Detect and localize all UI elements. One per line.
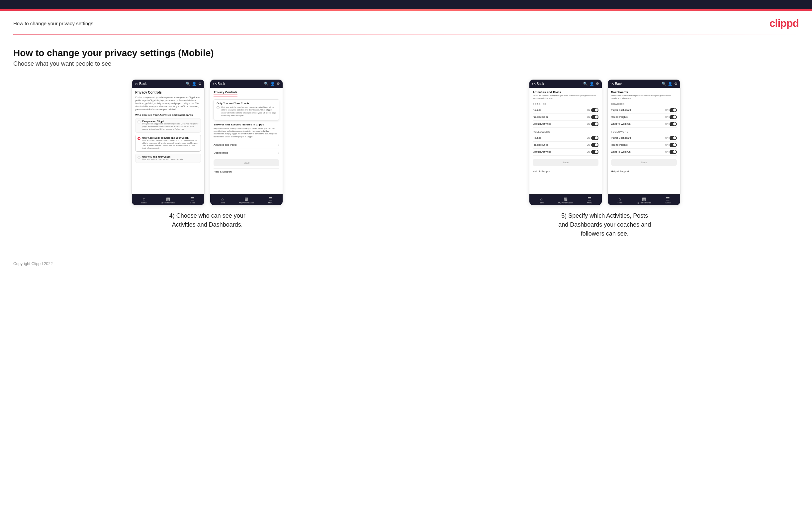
screen1-bottomnav: ⌂ Home ▩ My Performance ☰ Menu [132, 194, 204, 205]
person-icon2[interactable]: 👤 [270, 81, 275, 86]
chevron-activities-icon: › [278, 143, 279, 147]
person-icon[interactable]: 👤 [192, 81, 197, 86]
popup-radio-row: Only you and the coaches you connect wit… [216, 106, 276, 117]
nav3-performance[interactable]: ▩ My Performance [553, 196, 577, 204]
screen3-topbar: ‹ < Back 🔍 👤 ⚙ [529, 79, 602, 88]
nav2-home[interactable]: ⌂ Home [210, 196, 235, 204]
toggle-dash-coaches-player[interactable] [669, 108, 677, 112]
toggle-dash-coaches-insights[interactable] [669, 115, 677, 119]
dash-coaches-insights-toggle[interactable]: ON [665, 115, 677, 119]
nav-menu[interactable]: ☰ Menu [180, 196, 205, 204]
search-icon3[interactable]: 🔍 [583, 81, 588, 86]
dash-coaches-insights-label: Round Insights [611, 115, 628, 118]
screen4-back[interactable]: ‹ < Back [610, 82, 622, 86]
followers-manual-toggle[interactable]: ON [587, 150, 599, 154]
settings-icon[interactable]: ⚙ [198, 81, 202, 86]
nav-performance[interactable]: ▩ My Performance [156, 196, 180, 204]
person-icon3[interactable]: 👤 [590, 81, 594, 86]
chart-icon4: ▩ [642, 196, 646, 202]
screen2-tab-label[interactable]: Privacy Controls [213, 91, 238, 95]
dash-coaches-work-toggle[interactable]: ON [665, 122, 677, 126]
radio-everyone[interactable] [138, 120, 141, 123]
home-icon: ⌂ [143, 196, 146, 202]
option-coach[interactable]: Only You and Your Coach Only you and the… [135, 154, 201, 163]
radio-followers[interactable] [138, 137, 141, 140]
page-subtitle: Choose what you want people to see [13, 60, 799, 67]
nav3-menu[interactable]: ☰ Menu [577, 196, 602, 204]
toggle-followers-drills[interactable] [591, 143, 599, 147]
coaches-manual-row: Manual Activities ON [533, 121, 599, 128]
nav2-performance[interactable]: ▩ My Performance [235, 196, 259, 204]
toggle-dash-coaches-work[interactable] [669, 122, 677, 126]
copyright: Copyright Clippd 2022 [13, 262, 53, 266]
option-everyone[interactable]: Everyone on Clippd Everyone on Clippd ca… [135, 118, 201, 132]
settings-icon4[interactable]: ⚙ [674, 81, 677, 86]
nav3-home[interactable]: ⌂ Home [529, 196, 554, 204]
screen3-save-btn[interactable]: Save [533, 159, 599, 166]
who-can-see-title: Who Can See Your Activities and Dashboar… [135, 113, 201, 116]
toggle-dash-followers-work[interactable] [669, 150, 677, 154]
dash-followers-header: FOLLOWERS [611, 130, 677, 133]
coaches-rounds-row: Rounds ON [533, 107, 599, 114]
back-chevron-icon3: ‹ [532, 82, 533, 86]
toggle-followers-rounds[interactable] [591, 136, 599, 140]
dash-followers-work-toggle[interactable]: ON [665, 150, 677, 154]
nav-home[interactable]: ⌂ Home [132, 196, 156, 204]
screen4-save-btn[interactable]: Save [611, 159, 677, 166]
screen4-mockup: ‹ < Back 🔍 👤 ⚙ Dashboards Select the das… [607, 79, 680, 206]
toggle-coaches-manual[interactable] [591, 122, 599, 126]
home-icon4: ⌂ [618, 196, 621, 202]
dash-followers-player-label: Player Dashboard [611, 136, 631, 139]
settings-icon3[interactable]: ⚙ [596, 81, 599, 86]
followers-rounds-toggle[interactable]: ON [587, 136, 599, 140]
dash-followers-player-toggle[interactable]: ON [665, 136, 677, 140]
popup-title: Only You and Your Coach [216, 102, 276, 105]
footer: Copyright Clippd 2022 [0, 251, 812, 273]
toggle-dash-followers-player[interactable] [669, 136, 677, 140]
option-coach-desc: Only you and the coaches you connect wit… [142, 158, 183, 161]
nav4-performance[interactable]: ▩ My Performance [632, 196, 656, 204]
dash-coaches-player-row: Player Dashboard ON [611, 107, 677, 114]
nav4-menu[interactable]: ☰ Menu [656, 196, 680, 204]
dash-title: Dashboards [611, 91, 677, 94]
menu-icon: ☰ [190, 196, 194, 202]
screen1-back[interactable]: ‹ < Back [135, 82, 146, 86]
nav2-menu[interactable]: ☰ Menu [259, 196, 283, 204]
radio-coach[interactable] [138, 156, 141, 159]
chart-icon: ▩ [166, 196, 170, 202]
screen1-topbar: ‹ < Back 🔍 👤 ⚙ [132, 79, 204, 88]
popup-radio[interactable] [216, 106, 219, 109]
screen3-icons: 🔍 👤 ⚙ [583, 81, 599, 86]
coaches-drills-toggle[interactable]: ON [587, 115, 599, 119]
screen3-back[interactable]: ‹ < Back [532, 82, 544, 86]
menu-activities[interactable]: Activities and Posts › [213, 141, 279, 149]
back-chevron-icon4: ‹ [610, 82, 611, 86]
popup-desc: Only you and the coaches you connect wit… [221, 106, 276, 117]
option-followers[interactable]: Only Approved Followers and Your Coach O… [135, 135, 201, 152]
followers-rounds-label: Rounds [533, 136, 541, 139]
screen2-back[interactable]: ‹ < Back [213, 82, 225, 86]
nav4-home[interactable]: ⌂ Home [608, 196, 632, 204]
toggle-coaches-rounds[interactable] [591, 108, 599, 112]
main-content: How to change your privacy settings (Mob… [0, 35, 812, 251]
dash-followers-insights-toggle[interactable]: ON [665, 143, 677, 147]
dash-coaches-player-toggle[interactable]: ON [665, 108, 677, 112]
followers-header: FOLLOWERS [533, 130, 599, 133]
menu-dashboards[interactable]: Dashboards › [213, 149, 279, 157]
search-icon[interactable]: 🔍 [186, 81, 190, 86]
dash-followers-insights-row: Round Insights ON [611, 142, 677, 149]
search-icon2[interactable]: 🔍 [264, 81, 269, 86]
logo: clippd [769, 17, 799, 30]
coaches-rounds-toggle[interactable]: ON [587, 108, 599, 112]
toggle-followers-manual[interactable] [591, 150, 599, 154]
person-icon4[interactable]: 👤 [668, 81, 672, 86]
screen2-save-btn[interactable]: Save [213, 159, 279, 166]
screen2-bottomnav: ⌂ Home ▩ My Performance ☰ Menu [210, 194, 283, 205]
settings-icon2[interactable]: ⚙ [276, 81, 280, 86]
toggle-dash-followers-insights[interactable] [669, 143, 677, 147]
search-icon4[interactable]: 🔍 [662, 81, 666, 86]
toggle-coaches-drills[interactable] [591, 115, 599, 119]
dash-coaches-work-row: What To Work On ON [611, 121, 677, 128]
coaches-manual-toggle[interactable]: ON [587, 122, 599, 126]
followers-drills-toggle[interactable]: ON [587, 143, 599, 147]
